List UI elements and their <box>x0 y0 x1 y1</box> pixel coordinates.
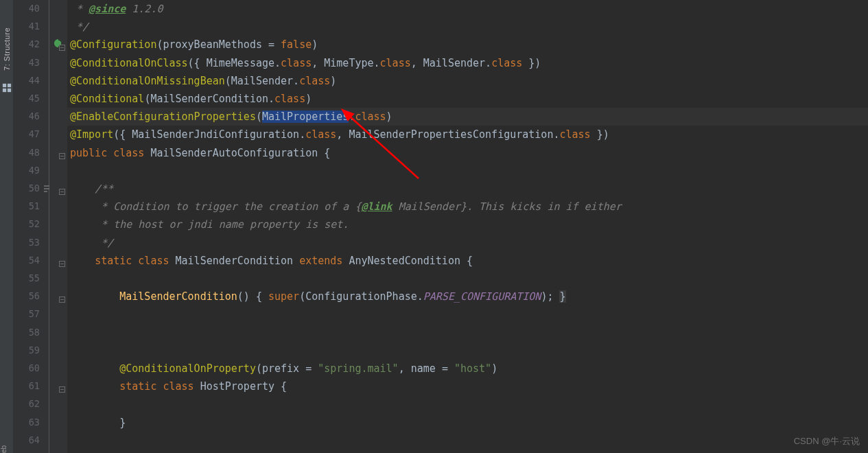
code-line[interactable]: MailSenderCondition() { super(Configurat… <box>67 288 868 305</box>
svg-rect-0 <box>2 84 5 87</box>
code-line[interactable] <box>67 162 868 180</box>
code-line[interactable]: } <box>67 414 868 432</box>
code-line[interactable]: @ConditionalOnClass({ MimeMessage.class,… <box>67 54 868 72</box>
line-number[interactable]: 49 <box>19 165 40 176</box>
fold-toggle[interactable] <box>59 150 65 162</box>
line-number[interactable]: 52 <box>19 218 40 229</box>
fold-toggle[interactable] <box>59 383 65 395</box>
bottom-tab[interactable]: eb <box>0 443 12 453</box>
code-line[interactable] <box>67 432 868 450</box>
line-number[interactable]: 45 <box>19 93 40 104</box>
line-number[interactable]: 43 <box>19 57 40 68</box>
line-number[interactable]: 42 <box>19 38 40 49</box>
structure-tool-button[interactable]: 7: Structure <box>3 27 11 71</box>
line-number[interactable]: 56 <box>19 290 40 301</box>
watermark: CSDN @牛·云说 <box>794 435 860 448</box>
code-line[interactable]: static class HostProperty { <box>67 378 868 395</box>
line-number[interactable]: 44 <box>19 75 40 86</box>
gutter-indent-icon[interactable] <box>38 185 56 192</box>
structure-icon[interactable] <box>2 83 12 93</box>
svg-rect-1 <box>7 84 10 87</box>
line-number[interactable]: 59 <box>19 345 40 356</box>
code-line[interactable]: @EnableConfigurationProperties(MailPrope… <box>67 108 868 126</box>
code-line[interactable]: public class MailSenderAutoConfiguration… <box>67 144 868 162</box>
code-line[interactable] <box>67 305 868 323</box>
code-line[interactable]: */ <box>67 234 868 252</box>
line-number[interactable]: 63 <box>19 417 40 428</box>
selected-text: MailProperties <box>262 111 349 123</box>
code-line[interactable]: * @since 1.2.0 <box>67 0 868 18</box>
code-line[interactable] <box>67 395 868 413</box>
code-line[interactable]: @ConditionalOnProperty(prefix = "spring.… <box>67 360 868 378</box>
line-number[interactable]: 54 <box>19 255 40 266</box>
code-line[interactable]: @ConditionalOnMissingBean(MailSender.cla… <box>67 72 868 90</box>
code-line[interactable]: */ <box>67 18 868 36</box>
code-editor[interactable]: * @since 1.2.0 */@Configuration(proxyBea… <box>67 0 868 453</box>
line-number[interactable]: 60 <box>19 362 40 373</box>
line-number[interactable]: 53 <box>19 237 40 248</box>
code-line[interactable]: @ConditionalOnProperty(prefix = "spring.… <box>67 450 868 453</box>
line-number[interactable]: 55 <box>19 272 40 283</box>
code-line[interactable]: @Import({ MailSenderJndiConfiguration.cl… <box>67 126 868 143</box>
code-line[interactable] <box>67 270 868 288</box>
code-line[interactable] <box>67 342 868 360</box>
line-number[interactable]: 48 <box>19 147 40 158</box>
svg-rect-3 <box>7 89 10 92</box>
code-line[interactable]: @Configuration(proxyBeanMethods = false) <box>67 36 868 54</box>
line-number[interactable]: 50 <box>19 183 40 194</box>
fold-toggle[interactable] <box>59 293 65 305</box>
line-number[interactable]: 62 <box>19 398 40 409</box>
tool-window-bar: 7: Structure <box>0 0 14 453</box>
code-line[interactable]: static class MailSenderCondition extends… <box>67 252 868 270</box>
code-line[interactable]: /** <box>67 180 868 198</box>
line-number[interactable]: 51 <box>19 200 40 211</box>
line-number[interactable]: 57 <box>19 308 40 319</box>
line-number[interactable]: 46 <box>19 111 40 121</box>
code-line[interactable]: * Condition to trigger the creation of a… <box>67 198 868 216</box>
line-number[interactable]: 58 <box>19 327 40 338</box>
code-line[interactable]: @Conditional(MailSenderCondition.class) <box>67 90 868 108</box>
line-number[interactable]: 41 <box>19 21 40 32</box>
fold-toggle[interactable] <box>59 41 65 54</box>
svg-rect-2 <box>2 89 5 92</box>
line-number[interactable]: 40 <box>19 3 40 14</box>
code-line[interactable]: * the host or jndi name property is set. <box>67 216 868 233</box>
line-number[interactable]: 64 <box>19 434 40 445</box>
code-line[interactable] <box>67 324 868 342</box>
fold-toggle[interactable] <box>59 185 65 198</box>
line-number[interactable]: 61 <box>19 380 40 391</box>
line-number[interactable]: 47 <box>19 128 40 139</box>
fold-toggle[interactable] <box>59 257 65 270</box>
